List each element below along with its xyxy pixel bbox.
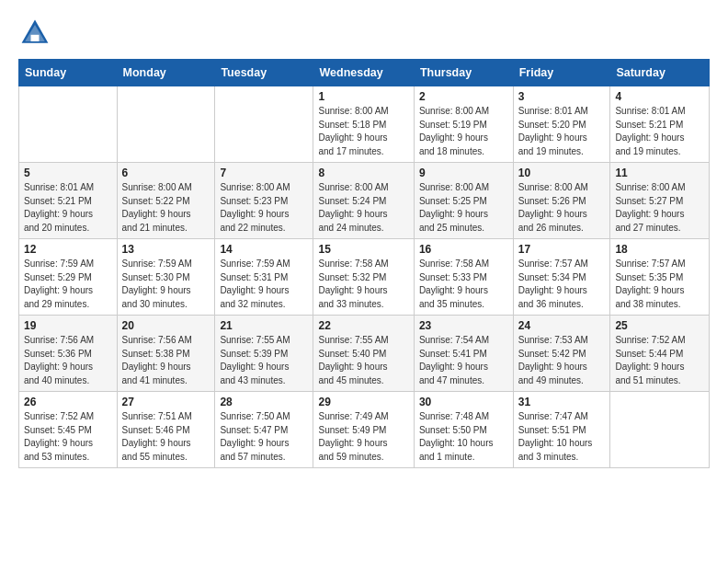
day-cell: 2Sunrise: 8:00 AM Sunset: 5:19 PM Daylig…	[414, 86, 513, 163]
day-cell: 9Sunrise: 8:00 AM Sunset: 5:25 PM Daylig…	[414, 163, 513, 239]
day-info: Sunrise: 8:00 AM Sunset: 5:23 PM Dayligh…	[220, 181, 308, 235]
day-info: Sunrise: 8:00 AM Sunset: 5:27 PM Dayligh…	[615, 181, 704, 235]
day-cell: 31Sunrise: 7:47 AM Sunset: 5:51 PM Dayli…	[513, 392, 610, 468]
day-cell: 6Sunrise: 8:00 AM Sunset: 5:22 PM Daylig…	[117, 163, 215, 239]
day-number: 19	[24, 319, 112, 332]
day-number: 7	[220, 167, 308, 179]
day-number: 9	[419, 167, 508, 179]
day-cell: 28Sunrise: 7:50 AM Sunset: 5:47 PM Dayli…	[215, 392, 313, 468]
day-info: Sunrise: 7:54 AM Sunset: 5:41 PM Dayligh…	[419, 334, 508, 387]
day-number: 2	[419, 90, 508, 103]
day-cell	[19, 86, 118, 163]
day-number: 1	[318, 90, 408, 103]
day-number: 11	[615, 167, 704, 179]
day-info: Sunrise: 7:59 AM Sunset: 5:29 PM Dayligh…	[24, 258, 112, 311]
day-info: Sunrise: 8:01 AM Sunset: 5:21 PM Dayligh…	[24, 181, 112, 235]
day-info: Sunrise: 7:56 AM Sunset: 5:38 PM Dayligh…	[122, 334, 210, 387]
day-cell: 16Sunrise: 7:58 AM Sunset: 5:33 PM Dayli…	[414, 239, 513, 316]
day-info: Sunrise: 7:52 AM Sunset: 5:45 PM Dayligh…	[24, 410, 112, 464]
day-info: Sunrise: 8:00 AM Sunset: 5:22 PM Dayligh…	[122, 181, 210, 235]
day-cell: 19Sunrise: 7:56 AM Sunset: 5:36 PM Dayli…	[19, 316, 118, 392]
day-info: Sunrise: 7:56 AM Sunset: 5:36 PM Dayligh…	[24, 334, 112, 387]
weekday-header-thursday: Thursday	[414, 60, 513, 86]
day-number: 13	[122, 243, 210, 256]
day-info: Sunrise: 8:01 AM Sunset: 5:21 PM Dayligh…	[615, 105, 704, 158]
day-info: Sunrise: 8:00 AM Sunset: 5:24 PM Dayligh…	[318, 181, 408, 235]
day-info: Sunrise: 7:57 AM Sunset: 5:35 PM Dayligh…	[615, 258, 704, 311]
day-info: Sunrise: 7:55 AM Sunset: 5:40 PM Dayligh…	[318, 334, 408, 387]
day-cell: 11Sunrise: 8:00 AM Sunset: 5:27 PM Dayli…	[610, 163, 710, 239]
day-cell: 4Sunrise: 8:01 AM Sunset: 5:21 PM Daylig…	[610, 86, 710, 163]
day-number: 27	[122, 396, 210, 408]
day-info: Sunrise: 7:51 AM Sunset: 5:46 PM Dayligh…	[122, 410, 210, 464]
day-cell: 14Sunrise: 7:59 AM Sunset: 5:31 PM Dayli…	[215, 239, 313, 316]
day-number: 8	[318, 167, 408, 179]
logo-icon	[18, 17, 51, 50]
day-info: Sunrise: 8:01 AM Sunset: 5:20 PM Dayligh…	[518, 105, 606, 158]
day-cell	[610, 392, 710, 468]
day-info: Sunrise: 7:47 AM Sunset: 5:51 PM Dayligh…	[518, 410, 606, 464]
day-cell: 13Sunrise: 7:59 AM Sunset: 5:30 PM Dayli…	[117, 239, 215, 316]
day-info: Sunrise: 8:00 AM Sunset: 5:18 PM Dayligh…	[318, 105, 408, 158]
day-cell: 15Sunrise: 7:58 AM Sunset: 5:32 PM Dayli…	[313, 239, 414, 316]
day-info: Sunrise: 7:58 AM Sunset: 5:33 PM Dayligh…	[419, 258, 508, 311]
day-number: 5	[24, 167, 112, 179]
day-cell: 5Sunrise: 8:01 AM Sunset: 5:21 PM Daylig…	[19, 163, 118, 239]
day-info: Sunrise: 7:48 AM Sunset: 5:50 PM Dayligh…	[419, 410, 508, 464]
day-cell: 29Sunrise: 7:49 AM Sunset: 5:49 PM Dayli…	[313, 392, 414, 468]
day-info: Sunrise: 8:00 AM Sunset: 5:19 PM Dayligh…	[419, 105, 508, 158]
day-cell: 10Sunrise: 8:00 AM Sunset: 5:26 PM Dayli…	[513, 163, 610, 239]
weekday-header-row: SundayMondayTuesdayWednesdayThursdayFrid…	[19, 60, 710, 86]
day-info: Sunrise: 8:00 AM Sunset: 5:26 PM Dayligh…	[518, 181, 606, 235]
day-number: 21	[220, 319, 308, 332]
day-info: Sunrise: 7:57 AM Sunset: 5:34 PM Dayligh…	[518, 258, 606, 311]
weekday-header-tuesday: Tuesday	[215, 60, 313, 86]
day-cell: 30Sunrise: 7:48 AM Sunset: 5:50 PM Dayli…	[414, 392, 513, 468]
svg-rect-2	[31, 35, 40, 41]
day-info: Sunrise: 7:59 AM Sunset: 5:30 PM Dayligh…	[122, 258, 210, 311]
week-row-5: 26Sunrise: 7:52 AM Sunset: 5:45 PM Dayli…	[19, 392, 710, 468]
day-cell: 18Sunrise: 7:57 AM Sunset: 5:35 PM Dayli…	[610, 239, 710, 316]
day-info: Sunrise: 7:55 AM Sunset: 5:39 PM Dayligh…	[220, 334, 308, 387]
week-row-3: 12Sunrise: 7:59 AM Sunset: 5:29 PM Dayli…	[19, 239, 710, 316]
day-number: 25	[615, 319, 704, 332]
week-row-1: 1Sunrise: 8:00 AM Sunset: 5:18 PM Daylig…	[19, 86, 710, 163]
day-number: 3	[518, 90, 606, 103]
day-info: Sunrise: 8:00 AM Sunset: 5:25 PM Dayligh…	[419, 181, 508, 235]
day-number: 24	[518, 319, 606, 332]
day-number: 31	[518, 396, 606, 408]
day-cell: 1Sunrise: 8:00 AM Sunset: 5:18 PM Daylig…	[313, 86, 414, 163]
day-number: 18	[615, 243, 704, 256]
day-cell: 27Sunrise: 7:51 AM Sunset: 5:46 PM Dayli…	[117, 392, 215, 468]
week-row-4: 19Sunrise: 7:56 AM Sunset: 5:36 PM Dayli…	[19, 316, 710, 392]
day-cell: 8Sunrise: 8:00 AM Sunset: 5:24 PM Daylig…	[313, 163, 414, 239]
day-cell: 22Sunrise: 7:55 AM Sunset: 5:40 PM Dayli…	[313, 316, 414, 392]
day-info: Sunrise: 7:53 AM Sunset: 5:42 PM Dayligh…	[518, 334, 606, 387]
day-cell	[117, 86, 215, 163]
day-cell	[215, 86, 313, 163]
day-number: 10	[518, 167, 606, 179]
day-number: 17	[518, 243, 606, 256]
day-number: 29	[318, 396, 408, 408]
day-cell: 26Sunrise: 7:52 AM Sunset: 5:45 PM Dayli…	[19, 392, 118, 468]
weekday-header-saturday: Saturday	[610, 60, 710, 86]
page-container: SundayMondayTuesdayWednesdayThursdayFrid…	[0, 0, 728, 477]
day-cell: 25Sunrise: 7:52 AM Sunset: 5:44 PM Dayli…	[610, 316, 710, 392]
weekday-header-monday: Monday	[117, 60, 215, 86]
day-info: Sunrise: 7:58 AM Sunset: 5:32 PM Dayligh…	[318, 258, 408, 311]
page-header	[18, 17, 710, 50]
day-number: 6	[122, 167, 210, 179]
weekday-header-sunday: Sunday	[19, 60, 118, 86]
day-info: Sunrise: 7:59 AM Sunset: 5:31 PM Dayligh…	[220, 258, 308, 311]
week-row-2: 5Sunrise: 8:01 AM Sunset: 5:21 PM Daylig…	[19, 163, 710, 239]
calendar-table: SundayMondayTuesdayWednesdayThursdayFrid…	[18, 59, 710, 468]
day-info: Sunrise: 7:50 AM Sunset: 5:47 PM Dayligh…	[220, 410, 308, 464]
logo	[18, 17, 53, 50]
day-cell: 17Sunrise: 7:57 AM Sunset: 5:34 PM Dayli…	[513, 239, 610, 316]
weekday-header-wednesday: Wednesday	[313, 60, 414, 86]
day-number: 28	[220, 396, 308, 408]
day-number: 20	[122, 319, 210, 332]
day-number: 12	[24, 243, 112, 256]
day-number: 23	[419, 319, 508, 332]
day-cell: 20Sunrise: 7:56 AM Sunset: 5:38 PM Dayli…	[117, 316, 215, 392]
